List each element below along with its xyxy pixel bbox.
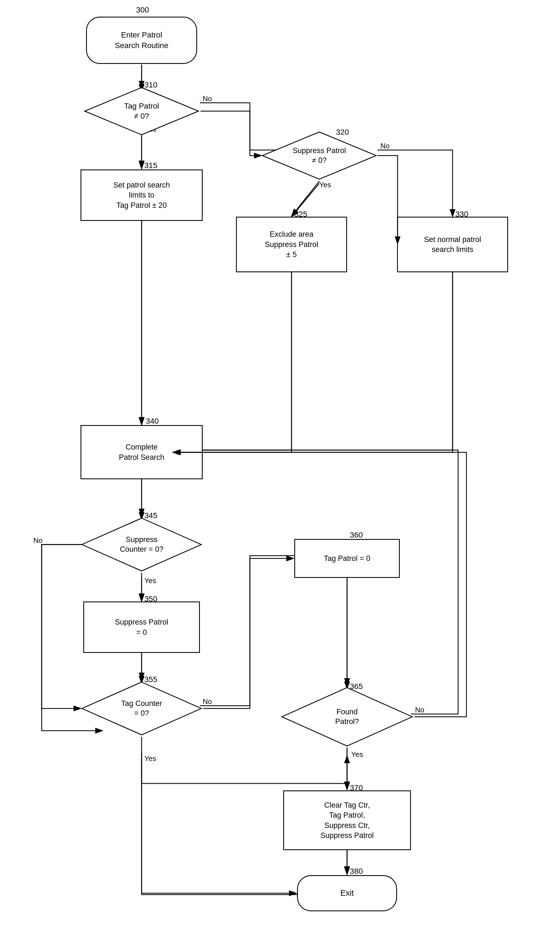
n365-yes-label: Yes bbox=[351, 750, 363, 759]
node-340-label: Complete Patrol Search bbox=[119, 442, 165, 462]
ref-300: 300 bbox=[136, 6, 149, 14]
ref-380: 380 bbox=[350, 867, 363, 876]
node-345-suppress-counter-diamond: Suppress Counter = 0? bbox=[80, 517, 203, 572]
node-330-normal-patrol: Set normal patrol search limits bbox=[397, 217, 508, 272]
n345-yes-label: Yes bbox=[145, 576, 156, 585]
node-320-suppress-patrol-diamond: Suppress Patrol ≠ 0? bbox=[261, 131, 378, 180]
flowchart-diagram: 300 Enter Patrol Search Routine 310 No Y… bbox=[0, 0, 560, 931]
node-365-label: Found Patrol? bbox=[335, 707, 359, 726]
node-310-tag-patrol-diamond: Tag Patrol ≠ 0? bbox=[83, 86, 200, 136]
node-360-label: Tag Patrol = 0 bbox=[324, 553, 370, 563]
node-345-label: Suppress Counter = 0? bbox=[120, 535, 163, 554]
ref-340: 340 bbox=[146, 417, 159, 425]
ref-360: 360 bbox=[350, 531, 363, 539]
node-380-label: Exit bbox=[340, 888, 354, 899]
node-315-label: Set patrol search limits to Tag Patrol ±… bbox=[113, 180, 170, 210]
n310-no-label: No bbox=[203, 94, 212, 103]
node-330-label: Set normal patrol search limits bbox=[424, 234, 481, 255]
node-310-label: Tag Patrol ≠ 0? bbox=[124, 101, 159, 122]
n320-yes-label: Yes bbox=[319, 180, 331, 189]
n320-no-label: No bbox=[380, 142, 389, 150]
node-325-label: Exclude area Suppress Patrol ± 5 bbox=[265, 229, 318, 259]
node-350-suppress-patrol-zero: Suppress Patrol = 0 bbox=[83, 601, 200, 653]
node-300-label: Enter Patrol Search Routine bbox=[115, 30, 168, 51]
node-365-found-patrol-diamond: Found Patrol? bbox=[280, 686, 414, 748]
node-315-set-patrol-limits: Set patrol search limits to Tag Patrol ±… bbox=[80, 170, 203, 221]
node-325-exclude-area: Exclude area Suppress Patrol ± 5 bbox=[236, 217, 347, 272]
node-355-label: Tag Counter = 0? bbox=[121, 699, 162, 718]
n355-no-label: No bbox=[203, 697, 212, 706]
node-320-label: Suppress Patrol ≠ 0? bbox=[292, 146, 346, 165]
node-350-label: Suppress Patrol = 0 bbox=[115, 617, 168, 637]
node-360-tag-patrol-zero: Tag Patrol = 0 bbox=[294, 539, 400, 578]
n345-no-label: No bbox=[33, 536, 43, 545]
node-300-enter-patrol: Enter Patrol Search Routine bbox=[86, 17, 197, 64]
node-370-clear-tag: Clear Tag Ctr, Tag Patrol, Suppress Ctr,… bbox=[283, 791, 411, 850]
node-355-tag-counter-diamond: Tag Counter = 0? bbox=[80, 681, 203, 736]
node-370-label: Clear Tag Ctr, Tag Patrol, Suppress Ctr,… bbox=[320, 800, 374, 841]
n355-yes-label: Yes bbox=[145, 754, 156, 763]
ref-315: 315 bbox=[145, 161, 157, 170]
node-340-complete-patrol: Complete Patrol Search bbox=[80, 425, 203, 479]
node-380-exit: Exit bbox=[297, 875, 397, 911]
n365-no-label: No bbox=[415, 706, 424, 714]
